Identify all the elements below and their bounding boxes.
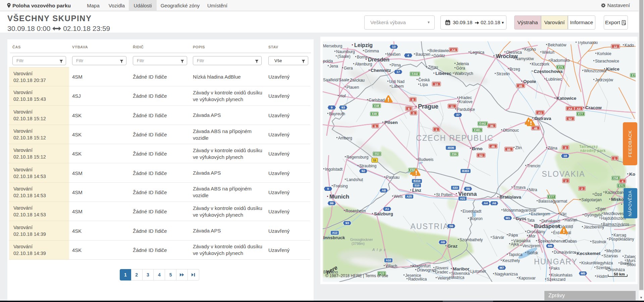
svg-text:Esztergom: Esztergom — [531, 212, 550, 216]
svg-text:Kluczbork: Kluczbork — [532, 62, 550, 67]
svg-text:S6: S6 — [449, 224, 453, 228]
svg-text:A10: A10 — [386, 259, 391, 262]
svg-text:Lubliniec: Lubliniec — [546, 77, 562, 82]
svg-text:8: 8 — [412, 98, 414, 101]
svg-text:Radovliica: Radovliica — [408, 277, 427, 282]
svg-text:Gera: Gera — [344, 66, 353, 71]
svg-text:Budweis: Budweis — [418, 157, 433, 162]
svg-text:E77: E77 — [578, 112, 583, 116]
svg-text:Hajdúböszörn: Hajdúböszörn — [601, 216, 626, 221]
svg-text:Česká: Česká — [418, 77, 430, 82]
svg-text:E48: E48 — [374, 104, 379, 107]
svg-text:12: 12 — [614, 45, 617, 48]
svg-text:1: 1 — [614, 157, 615, 160]
svg-text:AUSTRIA: AUSTRIA — [410, 222, 449, 231]
svg-text:Budapest: Budapest — [534, 223, 560, 229]
svg-text:Jászberény: Jászberény — [584, 225, 604, 229]
svg-text:Zittau: Zittau — [428, 65, 438, 70]
svg-text:Labem: Labem — [391, 84, 404, 89]
svg-text:Saalfeld/Saale: Saalfeld/Saale — [323, 78, 349, 82]
svg-text:Siófok: Siófok — [527, 251, 538, 255]
svg-text:M7: M7 — [499, 266, 504, 269]
svg-text:(3798m): (3798m) — [352, 242, 365, 246]
svg-text:© 1987–2018 HERE | Terms of us: © 1987–2018 HERE | Terms of use — [325, 273, 388, 278]
svg-text:Grossglockner: Grossglockner — [350, 238, 373, 242]
svg-text:Bolesławiec: Bolesławiec — [429, 48, 450, 53]
svg-text:(Saale): (Saale) — [337, 54, 351, 59]
svg-text:A8: A8 — [382, 188, 386, 192]
svg-text:Hatvan: Hatvan — [565, 218, 577, 222]
svg-text:Chemnitz: Chemnitz — [371, 68, 391, 73]
svg-text:Wałbrzych: Wałbrzych — [454, 71, 473, 76]
svg-text:10: 10 — [435, 83, 438, 86]
svg-text:Końskie: Końskie — [597, 51, 611, 56]
svg-text:46: 46 — [491, 145, 495, 148]
svg-text:Görlitz: Görlitz — [433, 53, 445, 58]
svg-text:Rosenheim: Rosenheim — [345, 209, 366, 213]
svg-text:Brno: Brno — [472, 146, 483, 151]
svg-text:Sárvár: Sárvár — [492, 235, 504, 240]
svg-text:CZECH REPUBLIC: CZECH REPUBLIC — [416, 134, 493, 142]
svg-text:Kiskunhalas: Kiskunhalas — [551, 273, 573, 277]
svg-text:Hódm: Hódm — [597, 274, 607, 279]
svg-text:A4: A4 — [568, 107, 572, 111]
svg-text:Usti Nad: Usti Nad — [389, 79, 405, 84]
svg-text:Szekszard: Szekszard — [547, 277, 566, 282]
svg-text:99: 99 — [330, 201, 334, 205]
svg-text:Dabas: Dabas — [565, 239, 577, 244]
svg-text:Bayreuth: Bayreuth — [329, 112, 345, 116]
svg-text:Gradec: Gradec — [435, 270, 448, 274]
svg-text:Borna: Borna — [357, 55, 368, 59]
svg-text:Mezőkovesd: Mezőkovesd — [603, 211, 626, 216]
svg-text:Mór: Mór — [529, 234, 536, 239]
svg-text:Cracow: Cracow — [585, 105, 602, 110]
svg-text:Trnava: Trnava — [513, 185, 526, 190]
svg-text:Merseburg: Merseburg — [323, 44, 342, 48]
svg-text:A4: A4 — [577, 107, 581, 111]
svg-text:Carlsbad: Carlsbad — [369, 98, 385, 102]
svg-text:17: 17 — [396, 70, 400, 74]
svg-text:Jędrzejów: Jędrzejów — [595, 78, 613, 82]
svg-text:Orosháza: Orosháza — [607, 267, 625, 272]
svg-text:Ko: Ko — [629, 172, 635, 177]
svg-text:S5: S5 — [466, 187, 470, 190]
svg-text:Pilsen: Pilsen — [384, 120, 398, 125]
svg-text:E75: E75 — [632, 74, 636, 77]
svg-text:55: 55 — [507, 148, 511, 151]
svg-text:50 km: 50 km — [614, 272, 625, 276]
svg-text:Tata: Tata — [527, 218, 535, 223]
svg-text:11: 11 — [373, 159, 376, 162]
svg-text:Zalaegersze: Zalaegersze — [624, 254, 636, 259]
svg-text:S10: S10 — [414, 184, 419, 187]
svg-text:11: 11 — [450, 105, 454, 108]
svg-text:polda: polda — [323, 59, 333, 63]
svg-text:Kaposvar: Kaposvar — [519, 276, 536, 281]
svg-text:Regensburg: Regensburg — [346, 155, 368, 160]
svg-text:M6: M6 — [548, 244, 552, 248]
svg-text:S33: S33 — [452, 186, 458, 189]
svg-text:Prague: Prague — [418, 103, 438, 110]
svg-text:Wieluń: Wieluń — [542, 50, 554, 55]
svg-text:Landshut: Landshut — [346, 177, 363, 182]
svg-text:Radomsko: Radomsko — [550, 58, 570, 63]
svg-text:52: 52 — [569, 117, 572, 121]
svg-text:Trybunalski: Trybunalski — [577, 41, 598, 45]
svg-text:Dravograd: Dravograd — [417, 268, 436, 272]
svg-text:E59: E59 — [451, 153, 457, 156]
svg-text:E461: E461 — [474, 128, 481, 132]
svg-text:Dunakeszi: Dunakeszi — [541, 219, 560, 223]
svg-text:A21: A21 — [460, 197, 465, 200]
svg-text:Tapolca: Tapolca — [508, 252, 523, 257]
svg-text:E75: E75 — [558, 66, 563, 69]
svg-text:Altenburg: Altenburg — [355, 62, 372, 67]
svg-text:Grimma: Grimma — [365, 49, 379, 53]
svg-text:2: 2 — [565, 179, 567, 183]
svg-text:Szarvas: Szarvas — [603, 254, 618, 258]
svg-text:E77: E77 — [549, 195, 554, 199]
svg-text:Zilina: Zilina — [548, 146, 557, 150]
svg-text:A1: A1 — [538, 111, 542, 115]
svg-text:Balmazújváros: Balmazújváros — [603, 222, 629, 227]
svg-text:45: 45 — [519, 84, 522, 88]
svg-text:Paks: Paks — [551, 266, 560, 271]
svg-text:Balassagyarmat: Balassagyarmat — [538, 199, 568, 204]
